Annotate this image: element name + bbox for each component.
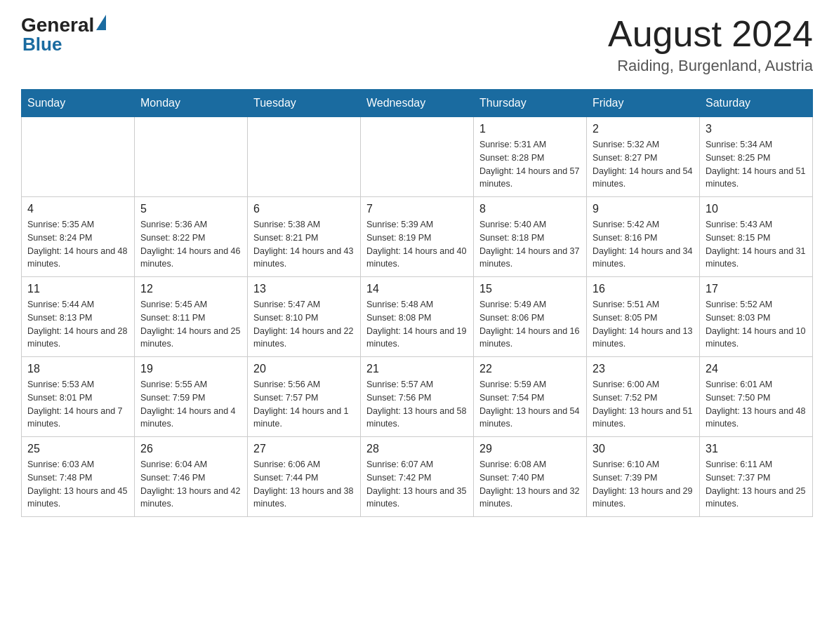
day-info: Sunrise: 6:04 AM Sunset: 7:46 PM Dayligh… [140, 458, 241, 511]
logo: General Blue [21, 14, 106, 55]
day-info: Sunrise: 6:06 AM Sunset: 7:44 PM Dayligh… [253, 458, 355, 511]
day-number: 19 [140, 363, 241, 375]
logo-triangle-icon [96, 15, 106, 30]
day-number: 28 [366, 443, 468, 455]
table-row: 16 Sunrise: 5:51 AM Sunset: 8:05 PM Dayl… [587, 277, 700, 357]
day-number: 12 [140, 283, 241, 295]
day-info: Sunrise: 5:39 AM Sunset: 8:19 PM Dayligh… [366, 218, 468, 271]
day-info: Sunrise: 5:55 AM Sunset: 7:59 PM Dayligh… [140, 378, 241, 431]
table-row: 29 Sunrise: 6:08 AM Sunset: 7:40 PM Dayl… [474, 437, 587, 517]
day-info: Sunrise: 5:52 AM Sunset: 8:03 PM Dayligh… [706, 298, 807, 351]
day-info: Sunrise: 5:43 AM Sunset: 8:15 PM Dayligh… [706, 218, 807, 271]
day-number: 11 [27, 283, 128, 295]
month-title: August 2024 [608, 14, 813, 54]
calendar-week-row: 11 Sunrise: 5:44 AM Sunset: 8:13 PM Dayl… [22, 277, 813, 357]
day-info: Sunrise: 6:08 AM Sunset: 7:40 PM Dayligh… [479, 458, 581, 511]
day-info: Sunrise: 5:48 AM Sunset: 8:08 PM Dayligh… [366, 298, 468, 351]
table-row: 6 Sunrise: 5:38 AM Sunset: 8:21 PM Dayli… [248, 197, 361, 277]
day-number: 21 [366, 363, 468, 375]
day-info: Sunrise: 5:36 AM Sunset: 8:22 PM Dayligh… [140, 218, 241, 271]
table-row: 22 Sunrise: 5:59 AM Sunset: 7:54 PM Dayl… [474, 357, 587, 437]
day-info: Sunrise: 5:44 AM Sunset: 8:13 PM Dayligh… [27, 298, 128, 351]
table-row [135, 117, 248, 197]
table-row: 28 Sunrise: 6:07 AM Sunset: 7:42 PM Dayl… [361, 437, 474, 517]
table-row: 4 Sunrise: 5:35 AM Sunset: 8:24 PM Dayli… [22, 197, 135, 277]
table-row: 26 Sunrise: 6:04 AM Sunset: 7:46 PM Dayl… [135, 437, 248, 517]
day-info: Sunrise: 5:57 AM Sunset: 7:56 PM Dayligh… [366, 378, 468, 431]
table-row [248, 117, 361, 197]
table-row: 9 Sunrise: 5:42 AM Sunset: 8:16 PM Dayli… [587, 197, 700, 277]
table-row: 31 Sunrise: 6:11 AM Sunset: 7:37 PM Dayl… [700, 437, 813, 517]
calendar-week-row: 1 Sunrise: 5:31 AM Sunset: 8:28 PM Dayli… [22, 117, 813, 197]
day-info: Sunrise: 6:11 AM Sunset: 7:37 PM Dayligh… [706, 458, 807, 511]
day-info: Sunrise: 6:01 AM Sunset: 7:50 PM Dayligh… [706, 378, 807, 431]
page-header: General Blue August 2024 Raiding, Burgen… [21, 14, 813, 75]
day-number: 23 [593, 363, 694, 375]
day-number: 20 [253, 363, 355, 375]
table-row: 3 Sunrise: 5:34 AM Sunset: 8:25 PM Dayli… [700, 117, 813, 197]
calendar-week-row: 25 Sunrise: 6:03 AM Sunset: 7:48 PM Dayl… [22, 437, 813, 517]
day-number: 2 [593, 123, 694, 135]
day-number: 1 [479, 123, 581, 135]
day-info: Sunrise: 5:31 AM Sunset: 8:28 PM Dayligh… [479, 138, 581, 191]
day-number: 13 [253, 283, 355, 295]
day-info: Sunrise: 6:00 AM Sunset: 7:52 PM Dayligh… [593, 378, 694, 431]
day-info: Sunrise: 6:03 AM Sunset: 7:48 PM Dayligh… [27, 458, 128, 511]
day-info: Sunrise: 5:59 AM Sunset: 7:54 PM Dayligh… [479, 378, 581, 431]
table-row: 30 Sunrise: 6:10 AM Sunset: 7:39 PM Dayl… [587, 437, 700, 517]
table-row [361, 117, 474, 197]
day-info: Sunrise: 5:40 AM Sunset: 8:18 PM Dayligh… [479, 218, 581, 271]
day-number: 6 [253, 203, 355, 215]
day-number: 18 [27, 363, 128, 375]
day-number: 16 [593, 283, 694, 295]
table-row: 10 Sunrise: 5:43 AM Sunset: 8:15 PM Dayl… [700, 197, 813, 277]
day-number: 26 [140, 443, 241, 455]
calendar-week-row: 4 Sunrise: 5:35 AM Sunset: 8:24 PM Dayli… [22, 197, 813, 277]
day-info: Sunrise: 5:49 AM Sunset: 8:06 PM Dayligh… [479, 298, 581, 351]
table-row: 21 Sunrise: 5:57 AM Sunset: 7:56 PM Dayl… [361, 357, 474, 437]
day-number: 29 [479, 443, 581, 455]
day-number: 8 [479, 203, 581, 215]
title-section: August 2024 Raiding, Burgenland, Austria [608, 14, 813, 75]
day-number: 7 [366, 203, 468, 215]
day-number: 22 [479, 363, 581, 375]
day-number: 31 [706, 443, 807, 455]
day-number: 17 [706, 283, 807, 295]
day-number: 4 [27, 203, 128, 215]
header-friday: Friday [587, 90, 700, 117]
table-row: 17 Sunrise: 5:52 AM Sunset: 8:03 PM Dayl… [700, 277, 813, 357]
day-info: Sunrise: 5:42 AM Sunset: 8:16 PM Dayligh… [593, 218, 694, 271]
day-info: Sunrise: 5:32 AM Sunset: 8:27 PM Dayligh… [593, 138, 694, 191]
day-number: 25 [27, 443, 128, 455]
header-tuesday: Tuesday [248, 90, 361, 117]
table-row: 24 Sunrise: 6:01 AM Sunset: 7:50 PM Dayl… [700, 357, 813, 437]
table-row: 19 Sunrise: 5:55 AM Sunset: 7:59 PM Dayl… [135, 357, 248, 437]
day-info: Sunrise: 5:35 AM Sunset: 8:24 PM Dayligh… [27, 218, 128, 271]
day-number: 30 [593, 443, 694, 455]
table-row: 1 Sunrise: 5:31 AM Sunset: 8:28 PM Dayli… [474, 117, 587, 197]
header-wednesday: Wednesday [361, 90, 474, 117]
header-saturday: Saturday [700, 90, 813, 117]
day-info: Sunrise: 5:38 AM Sunset: 8:21 PM Dayligh… [253, 218, 355, 271]
day-info: Sunrise: 5:34 AM Sunset: 8:25 PM Dayligh… [706, 138, 807, 191]
day-info: Sunrise: 5:53 AM Sunset: 8:01 PM Dayligh… [27, 378, 128, 431]
table-row: 27 Sunrise: 6:06 AM Sunset: 7:44 PM Dayl… [248, 437, 361, 517]
day-number: 14 [366, 283, 468, 295]
calendar-table: Sunday Monday Tuesday Wednesday Thursday… [21, 89, 813, 517]
header-thursday: Thursday [474, 90, 587, 117]
day-number: 9 [593, 203, 694, 215]
day-number: 5 [140, 203, 241, 215]
day-info: Sunrise: 5:45 AM Sunset: 8:11 PM Dayligh… [140, 298, 241, 351]
table-row [22, 117, 135, 197]
calendar-header-row: Sunday Monday Tuesday Wednesday Thursday… [22, 90, 813, 117]
location-subtitle: Raiding, Burgenland, Austria [608, 57, 813, 75]
day-info: Sunrise: 6:10 AM Sunset: 7:39 PM Dayligh… [593, 458, 694, 511]
day-info: Sunrise: 5:47 AM Sunset: 8:10 PM Dayligh… [253, 298, 355, 351]
table-row: 2 Sunrise: 5:32 AM Sunset: 8:27 PM Dayli… [587, 117, 700, 197]
table-row: 5 Sunrise: 5:36 AM Sunset: 8:22 PM Dayli… [135, 197, 248, 277]
table-row: 18 Sunrise: 5:53 AM Sunset: 8:01 PM Dayl… [22, 357, 135, 437]
calendar-week-row: 18 Sunrise: 5:53 AM Sunset: 8:01 PM Dayl… [22, 357, 813, 437]
header-monday: Monday [135, 90, 248, 117]
table-row: 11 Sunrise: 5:44 AM Sunset: 8:13 PM Dayl… [22, 277, 135, 357]
table-row: 12 Sunrise: 5:45 AM Sunset: 8:11 PM Dayl… [135, 277, 248, 357]
